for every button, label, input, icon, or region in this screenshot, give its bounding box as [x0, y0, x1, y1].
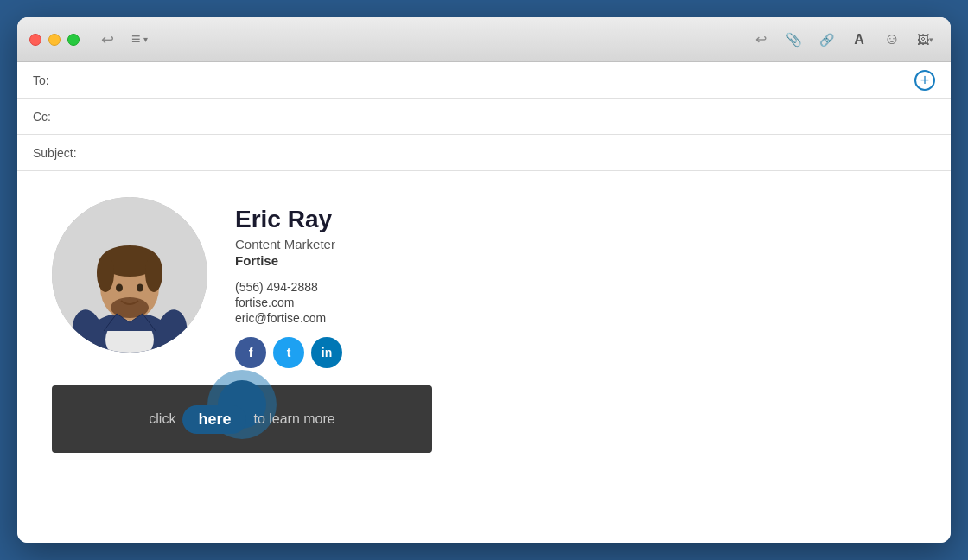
subject-input[interactable] [93, 146, 935, 160]
sig-company: Fortise [235, 253, 342, 268]
close-button[interactable] [29, 34, 41, 46]
traffic-lights [29, 34, 80, 46]
undo-button[interactable]: ↩ [747, 26, 774, 54]
to-field-row: To: + [17, 62, 951, 99]
twitter-button[interactable]: t [273, 337, 304, 368]
email-body[interactable]: Eric Ray Content Marketer Fortise (556) … [17, 171, 951, 543]
sig-website: fortise.com [235, 296, 342, 309]
cta-banner[interactable]: click here to learn more [52, 385, 432, 453]
font-icon: A [854, 32, 864, 48]
to-label: To: [33, 73, 93, 87]
list-icon: ≡ [131, 30, 141, 48]
link-button[interactable]: 🔗 [812, 26, 840, 54]
svg-point-9 [116, 284, 123, 292]
social-icons: f t in [235, 337, 342, 368]
chevron-down-icon: ▾ [929, 35, 933, 44]
avatar [52, 197, 207, 353]
paperclip-icon: 📎 [786, 32, 802, 48]
emoji-button[interactable]: ☺ [878, 26, 906, 54]
sig-name: Eric Ray [235, 206, 342, 233]
sig-phone: (556) 494-2888 [235, 280, 342, 294]
subject-field-row: Subject: [17, 135, 951, 171]
undo-icon: ↩ [755, 31, 767, 48]
image-button[interactable]: 🖼 ▾ [911, 26, 939, 54]
list-button[interactable]: ≡ ▾ [131, 30, 148, 48]
email-window: ↩ ≡ ▾ ↩ 📎 🔗 A ☺ 🖼 [17, 17, 951, 543]
svg-point-10 [137, 284, 143, 292]
sig-email: eric@fortise.com [235, 311, 342, 325]
cta-post-text: to learn more [253, 411, 334, 427]
image-icon: 🖼 [917, 33, 929, 47]
back-icon: ↩ [101, 30, 114, 49]
maximize-button[interactable] [67, 34, 80, 46]
facebook-button[interactable]: f [235, 337, 266, 368]
avatar-image [52, 197, 207, 353]
to-input[interactable] [93, 73, 935, 87]
emoji-icon: ☺ [884, 30, 900, 48]
font-button[interactable]: A [845, 26, 873, 54]
titlebar-right-actions: ↩ 📎 🔗 A ☺ 🖼 ▾ [747, 26, 939, 54]
cc-field-row: Cc: [17, 99, 951, 135]
cta-here-text[interactable]: here [182, 405, 246, 434]
svg-point-7 [97, 254, 114, 292]
attachment-button[interactable]: 📎 [780, 26, 807, 54]
cc-label: Cc: [33, 110, 93, 124]
sig-title: Content Marketer [235, 237, 342, 251]
minimize-button[interactable] [48, 34, 60, 46]
linkedin-button[interactable]: in [311, 337, 342, 368]
titlebar-left-actions: ↩ ≡ ▾ [93, 26, 148, 54]
cc-input[interactable] [93, 110, 935, 124]
signature-info: Eric Ray Content Marketer Fortise (556) … [235, 197, 342, 368]
back-button[interactable]: ↩ [93, 26, 121, 54]
subject-label: Subject: [33, 146, 93, 160]
add-recipient-button[interactable]: + [914, 70, 935, 91]
link-icon: 🔗 [819, 33, 834, 47]
cta-text: click here to learn more [149, 405, 334, 434]
cta-pre-text: click [149, 411, 175, 427]
svg-point-8 [145, 254, 162, 292]
titlebar: ↩ ≡ ▾ ↩ 📎 🔗 A ☺ 🖼 [17, 17, 951, 62]
email-signature: Eric Ray Content Marketer Fortise (556) … [52, 197, 916, 368]
chevron-down-icon: ▾ [143, 35, 148, 44]
email-fields: To: + Cc: Subject: [17, 62, 951, 171]
